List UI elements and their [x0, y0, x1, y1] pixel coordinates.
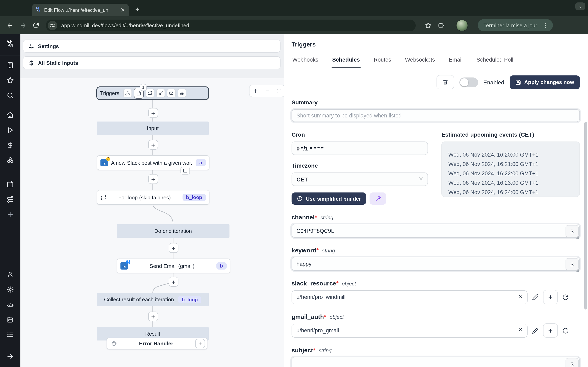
chrome-update-button[interactable]: Terminer la mise à jour ⋮	[478, 19, 553, 31]
profile-avatar[interactable]	[456, 19, 468, 31]
sidebar-item-home[interactable]	[0, 107, 20, 122]
slack-resource-input[interactable]	[292, 290, 527, 304]
bookmark-star-icon[interactable]	[425, 22, 432, 29]
clear-resource-icon[interactable]	[518, 327, 523, 332]
panel-scrollbar[interactable]	[584, 122, 587, 309]
sidebar-item-favorites[interactable]	[0, 73, 20, 88]
edit-resource-icon[interactable]	[532, 327, 539, 334]
simplified-builder-button[interactable]: Use simplified builder	[292, 192, 366, 205]
resize-handle[interactable]	[576, 269, 579, 272]
tab-scheduled-poll[interactable]: Scheduled Poll	[476, 57, 514, 68]
sidebar-item-routes[interactable]	[0, 192, 20, 207]
app-sidebar	[0, 34, 20, 367]
add-step-button[interactable]: ＋	[169, 243, 178, 253]
timezone-input[interactable]	[292, 173, 428, 186]
forloop-step-node[interactable]: For loop (skip failures) b_loop	[97, 190, 209, 205]
sidebar-item-account[interactable]	[0, 267, 20, 282]
schedule-trigger-icon[interactable]: 1	[134, 88, 144, 99]
tab-schedules[interactable]: Schedules	[331, 57, 361, 68]
gmail-auth-input[interactable]	[292, 324, 527, 337]
sidebar-item-variables[interactable]	[0, 137, 20, 152]
reload-icon[interactable]	[30, 20, 42, 31]
back-icon[interactable]	[4, 20, 16, 31]
input-node[interactable]: Input	[97, 122, 209, 135]
sidebar-item-apps[interactable]	[0, 327, 20, 342]
resize-handle[interactable]	[576, 236, 579, 239]
email-step-node[interactable]: TS 🌀 Send Email (gmail) b	[117, 259, 230, 273]
windmill-logo[interactable]	[0, 34, 20, 53]
sidebar-item-resources[interactable]	[0, 152, 20, 167]
add-resource-button[interactable]	[543, 290, 558, 304]
add-resource-button[interactable]	[543, 323, 558, 338]
edit-resource-icon[interactable]	[532, 294, 539, 300]
site-settings-icon[interactable]	[48, 21, 57, 30]
iteration-node[interactable]: Do one iteration	[117, 224, 229, 238]
browser-tab[interactable]: Edit Flow u/henri/effective_un ✕	[32, 4, 129, 16]
settings-card[interactable]: Settings	[23, 40, 281, 53]
add-step-button[interactable]: ＋	[169, 277, 178, 287]
flow-canvas[interactable]: Triggers 1	[20, 78, 284, 367]
add-error-handler-button[interactable]: ＋	[195, 339, 205, 348]
tab-websockets[interactable]: Websockets	[404, 57, 436, 68]
field-type: object	[329, 314, 344, 320]
add-step-button[interactable]: ＋	[148, 140, 158, 150]
refresh-resource-icon[interactable]	[562, 327, 569, 334]
clear-timezone-icon[interactable]	[418, 176, 424, 182]
forward-icon[interactable]	[17, 20, 29, 31]
channel-input[interactable]	[292, 224, 580, 238]
refresh-resource-icon[interactable]	[562, 294, 569, 300]
summary-input[interactable]	[292, 109, 580, 122]
sidebar-item-schedules[interactable]	[0, 176, 20, 192]
slack-step-node[interactable]: TS 👶 A new Slack post with a given wor..…	[97, 155, 209, 170]
flow-panel-header: Settings All Static Inputs	[20, 34, 284, 78]
clear-resource-icon[interactable]	[518, 293, 523, 299]
expr-toggle-button[interactable]: $	[566, 258, 579, 270]
tab-close-icon[interactable]: ✕	[120, 7, 126, 13]
gmail-auth-field-header: gmail_auth* object	[292, 313, 580, 320]
websocket-trigger-icon[interactable]	[156, 89, 165, 98]
tab-search-caret[interactable]: ⌄	[575, 2, 585, 10]
add-step-button[interactable]: ＋	[148, 174, 158, 184]
ai-cron-button[interactable]	[370, 192, 386, 205]
fit-view-icon[interactable]	[276, 88, 282, 94]
zoom-out-icon[interactable]	[264, 88, 270, 94]
url-text: app.windmill.dev/flows/edit/u/henri/effe…	[61, 22, 189, 28]
tab-webhooks[interactable]: Webhooks	[292, 57, 319, 68]
tab-email[interactable]: Email	[448, 57, 463, 68]
sidebar-item-folders[interactable]	[0, 312, 20, 327]
sidebar-item-runs[interactable]	[0, 122, 20, 137]
delete-schedule-button[interactable]	[436, 75, 454, 89]
expr-toggle-button[interactable]: $	[566, 225, 579, 237]
tab-routes[interactable]: Routes	[373, 57, 392, 68]
sidebar-expand-icon[interactable]	[0, 349, 20, 364]
apply-changes-button[interactable]: Apply changes now	[510, 75, 580, 89]
scheduled-poll-trigger-icon[interactable]	[178, 89, 186, 98]
new-tab-button[interactable]: ＋	[134, 4, 141, 14]
collect-node[interactable]: Collect result of each iteration b_loop	[97, 293, 209, 306]
route-trigger-icon[interactable]	[146, 89, 154, 98]
error-handler-node[interactable]: Error Handler ＋	[107, 338, 208, 350]
sidebar-item-workspace[interactable]	[0, 58, 20, 73]
sidebar-item-search[interactable]	[0, 88, 20, 103]
expr-toggle-button[interactable]: $	[566, 358, 579, 367]
cron-input[interactable]	[292, 142, 428, 155]
triggers-node[interactable]: Triggers 1	[96, 86, 209, 100]
add-step-button[interactable]: ＋	[148, 108, 158, 118]
add-step-button[interactable]: ＋	[148, 312, 158, 321]
zoom-in-icon[interactable]	[252, 88, 258, 94]
enabled-toggle[interactable]	[459, 77, 478, 87]
static-inputs-card[interactable]: All Static Inputs	[23, 56, 281, 69]
early-stop-button[interactable]	[181, 167, 190, 175]
sidebar-item-settings[interactable]	[0, 282, 20, 297]
sidebar-item-ai[interactable]	[0, 297, 20, 312]
keyword-input[interactable]	[292, 257, 580, 271]
extensions-icon[interactable]	[437, 22, 444, 29]
webhook-trigger-icon[interactable]	[123, 89, 132, 98]
sidebar-item-create[interactable]	[0, 207, 20, 222]
browser-url-row: app.windmill.dev/flows/edit/u/henri/effe…	[0, 16, 588, 34]
email-trigger-icon[interactable]	[167, 89, 176, 98]
subject-input[interactable]	[292, 357, 580, 367]
browser-menu-icon[interactable]: ⋮	[541, 22, 550, 29]
address-bar[interactable]: app.windmill.dev/flows/edit/u/henri/effe…	[46, 19, 416, 31]
bug-icon	[111, 341, 117, 347]
